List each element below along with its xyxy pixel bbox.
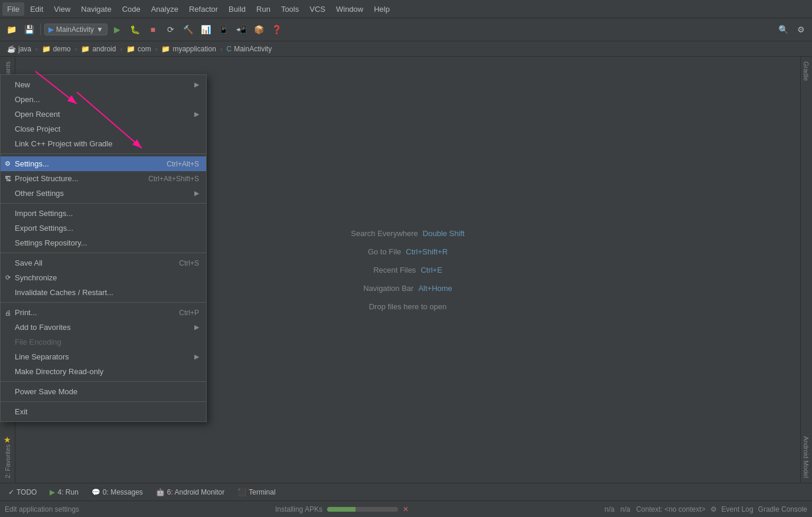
menu-item-settings-repository[interactable]: Settings Repository... (1, 235, 206, 250)
menu-item-close-project[interactable]: Close Project (1, 122, 206, 136)
tab-todo[interactable]: ✓ TODO (2, 486, 43, 499)
menu-window[interactable]: Window (331, 2, 368, 16)
gradle-console-label[interactable]: Gradle Console (758, 505, 807, 513)
menu-item-make-read-only[interactable]: Make Directory Read-only (1, 364, 206, 379)
breadcrumb-android[interactable]: 📁android (77, 44, 119, 54)
separator1 (1, 153, 206, 154)
print-label: Print... (15, 308, 37, 317)
sdk-btn[interactable]: 📦 (252, 22, 267, 37)
toolbar-right: 🔍 ⚙ (775, 22, 808, 37)
settings-repository-label: Settings Repository... (15, 238, 87, 247)
edit-app-settings[interactable]: Edit application settings (5, 505, 79, 513)
settings-btn[interactable]: ⚙ (793, 22, 808, 37)
profile-btn[interactable]: 📊 (198, 22, 214, 37)
todo-label: TODO (17, 488, 37, 496)
menu-item-link-cpp[interactable]: Link C++ Project with Gradle (1, 136, 206, 151)
other-settings-label: Other Settings (15, 189, 64, 198)
status-right: n/a n/a Context: <no context> ⚙ Event Lo… (605, 505, 807, 513)
menu-item-print[interactable]: 🖨 Print... Ctrl+P (1, 305, 206, 320)
tab-messages[interactable]: 💬 0: Messages (86, 486, 149, 499)
help-btn[interactable]: ❓ (269, 22, 285, 37)
open-btn[interactable]: 📁 (4, 22, 19, 37)
run-config-label: MainActivity (56, 25, 94, 34)
file-menu: New ▶ Open... Open Recent ▶ Close Projec… (0, 74, 207, 422)
new-arrow: ▶ (194, 81, 199, 89)
settings-right-icon[interactable]: ⚙ (710, 505, 717, 513)
messages-label: 0: Messages (103, 488, 143, 496)
sync-icon: ⟳ (3, 273, 12, 283)
build-btn[interactable]: 🔨 (181, 22, 196, 37)
gradle-panel[interactable]: Gradle (801, 57, 812, 86)
menu-item-other-settings[interactable]: Other Settings ▶ (1, 186, 206, 201)
breadcrumb-mainactivity[interactable]: CMainActivity (223, 44, 275, 54)
debug-btn[interactable]: 🐛 (128, 22, 143, 37)
terminal-icon: ⬛ (237, 488, 246, 496)
tab-terminal[interactable]: ⬛ Terminal (231, 486, 281, 499)
run-label: 4: Run (57, 488, 78, 496)
menu-navigate[interactable]: Navigate (76, 2, 116, 16)
add-to-favorites-label: Add to Favorites (15, 323, 71, 332)
cancel-progress-icon[interactable]: ✕ (403, 505, 409, 513)
android-model-panel[interactable]: Android Model (801, 431, 812, 483)
menu-item-settings[interactable]: ⚙ Settings... Ctrl+Alt+S (1, 156, 206, 171)
settings-label: Settings... (15, 159, 49, 168)
messages-icon: 💬 (92, 488, 100, 496)
project-structure-label: Project Structure... (15, 174, 79, 183)
breadcrumb-myapplication[interactable]: 📁myapplication (158, 44, 219, 54)
terminal-label: Terminal (249, 488, 275, 496)
menu-item-save-all[interactable]: Save All Ctrl+S (1, 256, 206, 270)
run-btn[interactable]: ▶ (110, 22, 125, 37)
open-recent-arrow: ▶ (194, 110, 199, 118)
menu-item-export-settings[interactable]: Export Settings... (1, 221, 206, 235)
print-shortcut: Ctrl+P (179, 309, 199, 317)
menu-item-new[interactable]: New ▶ (1, 77, 206, 92)
run-config-dropdown[interactable]: ▶ MainActivity ▼ (44, 24, 107, 35)
menu-run[interactable]: Run (252, 2, 275, 16)
menu-vcs[interactable]: VCS (305, 2, 330, 16)
save-btn[interactable]: 💾 (21, 22, 37, 37)
menu-item-import-settings[interactable]: Import Settings... (1, 206, 206, 221)
breadcrumb-demo[interactable]: 📁demo (38, 44, 74, 54)
menu-item-exit[interactable]: Exit (1, 404, 206, 419)
menu-item-line-separators[interactable]: Line Separators ▶ (1, 349, 206, 364)
run-icon: ▶ (50, 488, 55, 496)
search-btn[interactable]: 🔍 (775, 22, 791, 37)
menu-file[interactable]: File (2, 2, 24, 16)
menu-item-invalidate-caches[interactable]: Invalidate Caches / Restart... (1, 285, 206, 300)
menu-item-file-encoding: File Encoding (1, 335, 206, 349)
menu-item-add-to-favorites[interactable]: Add to Favorites ▶ (1, 320, 206, 335)
menu-view[interactable]: View (49, 2, 75, 16)
progress-bar (327, 507, 398, 512)
menu-item-project-structure[interactable]: 🏗 Project Structure... Ctrl+Alt+Shift+S (1, 171, 206, 186)
breadcrumb-java[interactable]: ☕java (4, 44, 35, 54)
tab-android-monitor[interactable]: 🤖 6: Android Monitor (150, 486, 230, 499)
android-icon: 🤖 (156, 488, 165, 496)
event-log-label[interactable]: Event Log (722, 505, 754, 513)
sync-btn[interactable]: ⟳ (163, 22, 178, 37)
menu-item-power-save[interactable]: Power Save Mode (1, 384, 206, 399)
menu-edit[interactable]: Edit (25, 2, 48, 16)
breadcrumb-sep1: › (35, 45, 38, 53)
menu-item-open[interactable]: Open... (1, 92, 206, 107)
close-project-label: Close Project (15, 125, 60, 133)
menu-build[interactable]: Build (224, 2, 250, 16)
menu-refactor[interactable]: Refactor (184, 2, 223, 16)
link-cpp-label: Link C++ Project with Gradle (15, 139, 112, 148)
menu-item-open-recent[interactable]: Open Recent ▶ (1, 107, 206, 122)
installing-apks-label: Installing APKs (275, 505, 322, 513)
separator3 (1, 253, 206, 253)
save-all-shortcut: Ctrl+S (179, 259, 199, 267)
menu-help[interactable]: Help (369, 2, 394, 16)
status-left: Edit application settings (5, 505, 79, 513)
menu-tools[interactable]: Tools (276, 2, 304, 16)
synchronize-label: Synchronize (15, 273, 57, 282)
breadcrumb-com[interactable]: 📁com (123, 44, 155, 54)
menu-analyze[interactable]: Analyze (146, 2, 183, 16)
menu-code[interactable]: Code (118, 2, 145, 16)
device-btn[interactable]: 📱 (216, 22, 231, 37)
avd-btn[interactable]: 📲 (234, 22, 249, 37)
stop-btn[interactable]: ■ (145, 22, 161, 37)
tab-run[interactable]: ▶ 4: Run (44, 486, 84, 499)
menu-item-synchronize[interactable]: ⟳ Synchronize (1, 270, 206, 285)
favorites-panel[interactable]: 2: Favorites (4, 444, 11, 478)
